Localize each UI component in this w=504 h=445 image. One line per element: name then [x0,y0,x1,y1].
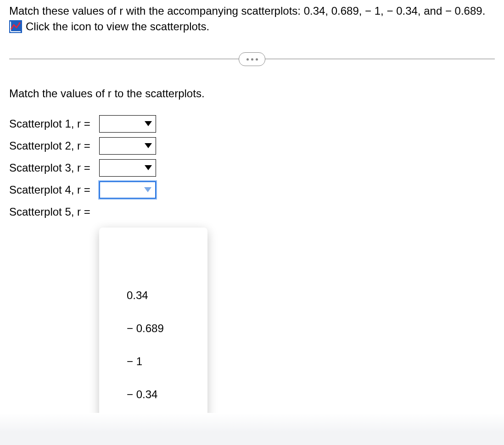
scatterplot-5-label: Scatterplot 5, r = [9,206,99,218]
chart-icon [9,20,22,33]
dropdown-option[interactable]: 0.34 [99,279,207,312]
svg-marker-3 [145,143,152,148]
scatterplot-3-label: Scatterplot 3, r = [9,161,99,174]
chevron-down-icon [145,165,152,171]
dropdown-option[interactable]: − 0.34 [99,378,207,411]
section-divider [9,52,495,66]
chevron-down-icon [144,187,151,193]
scatterplot-3-dropdown[interactable] [99,159,156,177]
dropdown-option[interactable]: − 1 [99,345,207,378]
scatterplot-4-label: Scatterplot 4, r = [9,184,99,196]
dropdown-option-blank[interactable] [99,233,207,279]
chevron-down-icon [145,143,152,149]
svg-marker-4 [145,165,152,170]
svg-marker-5 [144,187,151,192]
scatterplot-2-label: Scatterplot 2, r = [9,139,99,152]
dropdown-option[interactable]: − 0.689 [99,312,207,345]
question-text: Match these values of r with the accompa… [9,4,495,18]
scatterplot-1-dropdown[interactable] [99,115,156,133]
scatterplot-4-dropdown[interactable] [99,181,156,199]
dropdown-options-list: 0.34 − 0.689 − 1 − 0.34 0.689 [99,228,207,444]
instruction-text: Match the values of r to the scatterplot… [9,87,495,100]
scatterplot-2-dropdown[interactable] [99,137,156,155]
svg-marker-2 [145,121,152,126]
footer-region [0,413,504,445]
scatterplot-1-label: Scatterplot 1, r = [9,117,99,130]
expand-dots-button[interactable] [239,52,265,66]
view-scatterplots-label: Click the icon to view the scatterplots. [26,20,209,33]
view-scatterplots-link[interactable]: Click the icon to view the scatterplots. [9,20,495,33]
chevron-down-icon [145,121,152,127]
